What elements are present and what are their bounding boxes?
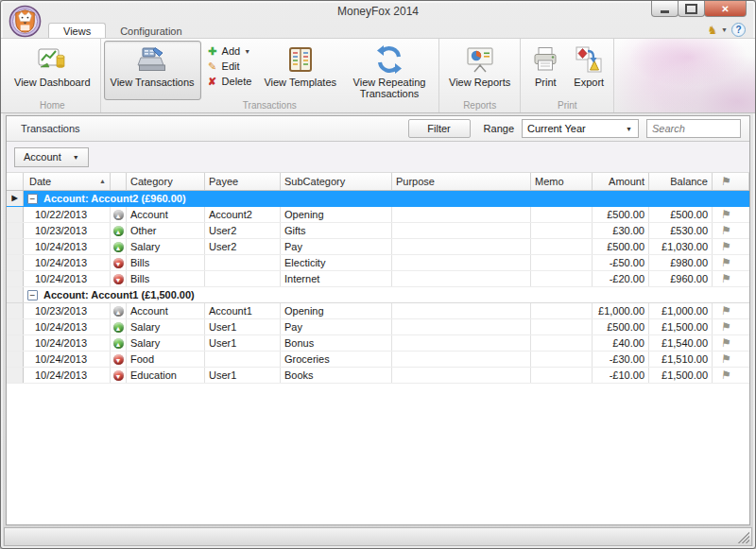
cell-payee: User2 bbox=[205, 223, 281, 238]
column-header-category[interactable]: Category bbox=[127, 173, 205, 190]
row-indicator bbox=[7, 352, 24, 367]
column-header-date[interactable]: Date ▲ bbox=[24, 173, 111, 190]
row-indicator bbox=[7, 207, 24, 222]
chevron-down-icon[interactable]: ▼ bbox=[721, 26, 728, 33]
cell-payee: User2 bbox=[205, 239, 281, 254]
help-icon[interactable]: ? bbox=[731, 23, 746, 37]
cell-flag[interactable]: ⚑ bbox=[713, 303, 749, 318]
close-button[interactable] bbox=[704, 1, 747, 17]
transaction-row[interactable]: 10/24/2013▼BillsElecticity-£50.00£980.00… bbox=[7, 255, 749, 271]
edit-label: Edit bbox=[222, 60, 240, 72]
collapse-icon[interactable]: − bbox=[27, 194, 38, 204]
group-by-chip-account[interactable]: Account ▼ bbox=[14, 147, 89, 167]
view-reports-button[interactable]: View Reports bbox=[442, 41, 517, 100]
status-bar bbox=[4, 527, 752, 546]
plus-icon: ✚ bbox=[207, 45, 218, 57]
app-window: MoneyFox 2014 Views Configuration ♞ ▼ ? bbox=[0, 0, 756, 549]
maximize-button[interactable] bbox=[678, 1, 705, 17]
fox-icon[interactable]: ♞ bbox=[707, 25, 717, 36]
view-templates-button[interactable]: View Templates bbox=[257, 41, 343, 100]
title-bar[interactable]: MoneyFox 2014 bbox=[1, 1, 755, 21]
column-header-payee[interactable]: Payee bbox=[205, 173, 281, 190]
minimize-button[interactable] bbox=[651, 1, 679, 17]
column-header-purpose[interactable]: Purpose bbox=[392, 173, 531, 190]
cell-payee: User1 bbox=[205, 319, 281, 335]
cell-amount: £500.00 bbox=[593, 319, 649, 335]
cell-category-icon: ▲ bbox=[111, 335, 127, 351]
add-dropdown-icon: ▼ bbox=[244, 48, 250, 55]
range-select[interactable]: Current Year ▼ bbox=[522, 119, 639, 138]
view-transactions-button[interactable]: View Transactions bbox=[104, 41, 201, 100]
column-header-balance[interactable]: Balance bbox=[649, 173, 713, 190]
transaction-row[interactable]: 10/24/2013▼FoodGroceries-£30.00£1,510.00… bbox=[7, 352, 749, 368]
column-header-icon[interactable] bbox=[111, 173, 127, 190]
arrow-glyph: ▲ bbox=[113, 323, 124, 334]
transaction-row[interactable]: 10/24/2013▲SalaryUser1Bonus£40.00£1,540.… bbox=[7, 335, 749, 352]
presentation-chart-icon bbox=[465, 44, 495, 75]
cell-flag[interactable]: ⚑ bbox=[713, 335, 749, 351]
group-by-panel[interactable]: Account ▼ bbox=[7, 142, 749, 173]
transaction-row[interactable]: 10/22/2013▲AccountAccount2Opening£500.00… bbox=[7, 207, 749, 223]
column-header-amount[interactable]: Amount bbox=[593, 173, 649, 190]
cell-flag[interactable]: ⚑ bbox=[713, 319, 749, 335]
tab-views[interactable]: Views bbox=[48, 23, 106, 38]
row-indicator bbox=[7, 271, 24, 286]
cell-purpose bbox=[392, 255, 531, 270]
column-header-subcategory[interactable]: SubCategory bbox=[281, 173, 392, 190]
ribbon-group-reports-label: Reports bbox=[442, 100, 517, 112]
ribbon-group-home: View Dashboard Home bbox=[5, 39, 101, 112]
export-icon bbox=[574, 44, 604, 75]
edit-button[interactable]: ✎ Edit bbox=[207, 60, 252, 72]
cell-flag[interactable]: ⚑ bbox=[713, 352, 749, 367]
transaction-row[interactable]: 10/24/2013▼BillsInternet-£20.00£960.00⚑ bbox=[7, 271, 749, 287]
column-header-memo[interactable]: Memo bbox=[531, 173, 593, 190]
filter-button[interactable]: Filter bbox=[408, 119, 471, 138]
tab-configuration[interactable]: Configuration bbox=[106, 24, 196, 38]
cell-flag[interactable]: ⚑ bbox=[713, 368, 749, 383]
cell-category: Bills bbox=[127, 271, 205, 286]
group-row[interactable]: −Account: Account1 (£1,500.00) bbox=[7, 287, 749, 303]
cell-balance: £1,510.00 bbox=[649, 352, 713, 367]
transaction-row[interactable]: 10/24/2013▲SalaryUser1Pay£500.00£1,500.0… bbox=[7, 319, 749, 335]
flag-icon: ⚑ bbox=[720, 336, 731, 350]
cell-category-icon: ▲ bbox=[111, 319, 127, 335]
export-button[interactable]: Export bbox=[567, 41, 610, 100]
row-indicator bbox=[7, 255, 24, 270]
add-button[interactable]: ✚ Add ▼ bbox=[207, 45, 252, 57]
cell-flag[interactable]: ⚑ bbox=[713, 207, 749, 222]
view-repeating-transactions-button[interactable]: View Repeating Transactions bbox=[343, 41, 436, 100]
search-input[interactable] bbox=[646, 119, 741, 138]
export-label: Export bbox=[574, 77, 604, 88]
transaction-row[interactable]: 10/23/2013▲OtherUser2Gifts£30.00£530.00⚑ bbox=[7, 223, 749, 239]
cell-payee: User1 bbox=[205, 368, 281, 383]
flag-icon: ⚑ bbox=[720, 224, 731, 237]
cell-flag[interactable]: ⚑ bbox=[713, 271, 749, 286]
view-dashboard-button[interactable]: View Dashboard bbox=[8, 41, 97, 100]
flag-icon: ⚑ bbox=[720, 320, 731, 334]
group-row[interactable]: ▶−Account: Account2 (£960.00) bbox=[7, 191, 749, 207]
view-reports-label: View Reports bbox=[449, 77, 510, 88]
transaction-row[interactable]: 10/23/2013▲AccountAccount1Opening£1,000.… bbox=[7, 303, 749, 319]
collapse-icon[interactable]: − bbox=[27, 290, 38, 300]
ribbon-group-home-label: Home bbox=[8, 100, 97, 112]
cell-memo bbox=[531, 271, 593, 286]
cell-flag[interactable]: ⚑ bbox=[713, 223, 749, 238]
tab-tools: ♞ ▼ ? bbox=[707, 23, 746, 37]
transaction-row[interactable]: 10/24/2013▲SalaryUser2Pay£500.00£1,030.0… bbox=[7, 239, 749, 255]
cell-flag[interactable]: ⚑ bbox=[713, 239, 749, 254]
print-button[interactable]: Print bbox=[524, 41, 567, 100]
transaction-row[interactable]: 10/24/2013▼EducationUser1Books-£10.00£1,… bbox=[7, 368, 749, 384]
ribbon-group-transactions-label: Transactions bbox=[104, 100, 437, 112]
app-logo-icon[interactable] bbox=[9, 5, 42, 38]
row-indicator bbox=[7, 239, 24, 254]
cell-flag[interactable]: ⚑ bbox=[713, 255, 749, 270]
delete-button[interactable]: ✘ Delete bbox=[207, 76, 252, 87]
cell-category: Account bbox=[127, 303, 205, 318]
cell-category: Food bbox=[127, 352, 205, 367]
row-indicator bbox=[7, 335, 24, 351]
cell-date: 10/24/2013 bbox=[24, 368, 111, 383]
resize-grip[interactable] bbox=[737, 531, 749, 543]
column-header-flag[interactable]: ⚑ bbox=[713, 173, 749, 190]
arrow-glyph: ▲ bbox=[113, 227, 124, 237]
cell-amount: -£10.00 bbox=[593, 368, 649, 383]
